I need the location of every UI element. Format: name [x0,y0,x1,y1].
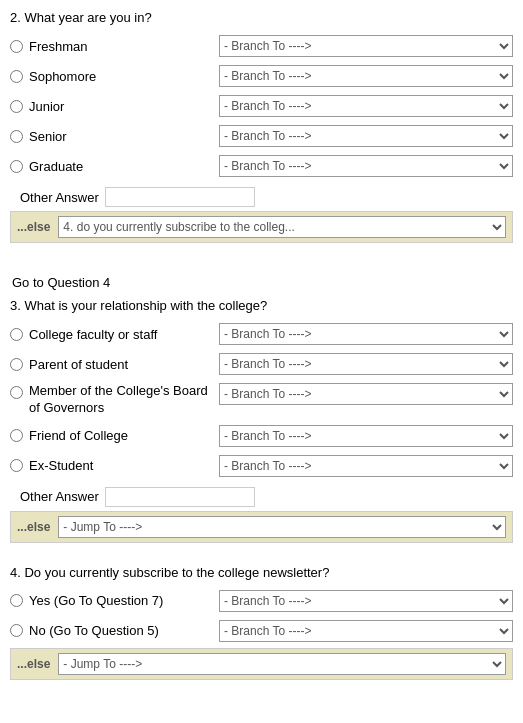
q3-else-row: ...else - Jump To ----> [10,511,513,543]
q3-other-answer-row: Other Answer [10,487,513,507]
q4-else-label: ...else [17,657,50,671]
q3-radio-0[interactable] [10,328,23,341]
q2-number: 2. [10,10,21,25]
q3-else-label: ...else [17,520,50,534]
q2-option-3: Senior - Branch To ----> [10,123,513,149]
q4-radio-0[interactable] [10,594,23,607]
q3-label-0: College faculty or staff [29,327,219,342]
q3-radio-2[interactable] [10,386,23,399]
q3-text: What is your relationship with the colle… [24,298,267,313]
q3-other-label: Other Answer [20,489,99,504]
q3-branch-3[interactable]: - Branch To ----> [219,425,513,447]
q4-option-1: No (Go To Question 5) - Branch To ----> [10,618,513,644]
page-container: 2. What year are you in? Freshman - Bran… [0,0,523,700]
q4-radio-1[interactable] [10,624,23,637]
question-3: 3. What is your relationship with the co… [10,298,513,543]
q2-other-label: Other Answer [20,190,99,205]
q3-other-input[interactable] [105,487,255,507]
q2-branch-2[interactable]: - Branch To ----> [219,95,513,117]
q2-text: What year are you in? [24,10,151,25]
q4-text: Do you currently subscribe to the colleg… [24,565,329,580]
q2-label-4: Graduate [29,159,219,174]
q2-header: 2. What year are you in? [10,10,513,25]
q2-label-2: Junior [29,99,219,114]
q2-radio-1[interactable] [10,70,23,83]
q3-option-2: Member of the College's Board of Governo… [10,381,513,419]
q3-option-0: College faculty or staff - Branch To ---… [10,321,513,347]
q3-radio-4[interactable] [10,459,23,472]
q2-else-row: ...else 4. do you currently subscribe to… [10,211,513,243]
divider-2 [10,553,513,565]
q2-other-answer-row: Other Answer [10,187,513,207]
q3-number: 3. [10,298,21,313]
q2-branch-0[interactable]: - Branch To ----> [219,35,513,57]
q4-option-0: Yes (Go To Question 7) - Branch To ----> [10,588,513,614]
q2-radio-2[interactable] [10,100,23,113]
q3-branch-2[interactable]: - Branch To ----> [219,383,513,405]
q4-header: 4. Do you currently subscribe to the col… [10,565,513,580]
q4-branch-1[interactable]: - Branch To ----> [219,620,513,642]
q3-radio-1[interactable] [10,358,23,371]
q4-branch-0[interactable]: - Branch To ----> [219,590,513,612]
q2-branch-1[interactable]: - Branch To ----> [219,65,513,87]
q2-option-1: Sophomore - Branch To ----> [10,63,513,89]
q3-header: 3. What is your relationship with the co… [10,298,513,313]
q4-label-0: Yes (Go To Question 7) [29,593,219,608]
q2-other-input[interactable] [105,187,255,207]
q3-radio-3[interactable] [10,429,23,442]
q2-else-select[interactable]: 4. do you currently subscribe to the col… [58,216,506,238]
q3-option-1: Parent of student - Branch To ----> [10,351,513,377]
q2-branch-3[interactable]: - Branch To ----> [219,125,513,147]
q2-label-3: Senior [29,129,219,144]
q2-option-4: Graduate - Branch To ----> [10,153,513,179]
q3-branch-4[interactable]: - Branch To ----> [219,455,513,477]
q3-label-3: Friend of College [29,428,219,443]
q3-label-4: Ex-Student [29,458,219,473]
q3-option-3: Friend of College - Branch To ----> [10,423,513,449]
q2-label-0: Freshman [29,39,219,54]
q4-number: 4. [10,565,21,580]
q2-radio-0[interactable] [10,40,23,53]
q2-else-label: ...else [17,220,50,234]
q3-label-2: Member of the College's Board of Governo… [29,383,219,417]
q2-option-2: Junior - Branch To ----> [10,93,513,119]
q4-else-select[interactable]: - Jump To ----> [58,653,506,675]
q2-option-0: Freshman - Branch To ----> [10,33,513,59]
question-4: 4. Do you currently subscribe to the col… [10,565,513,680]
q4-else-row: ...else - Jump To ----> [10,648,513,680]
q3-else-select[interactable]: - Jump To ----> [58,516,506,538]
q2-label-1: Sophomore [29,69,219,84]
q2-radio-4[interactable] [10,160,23,173]
q4-label-1: No (Go To Question 5) [29,623,219,638]
divider-1 [10,253,513,265]
q3-option-4: Ex-Student - Branch To ----> [10,453,513,479]
q2-radio-3[interactable] [10,130,23,143]
question-2: 2. What year are you in? Freshman - Bran… [10,10,513,243]
q2-branch-4[interactable]: - Branch To ----> [219,155,513,177]
q3-branch-0[interactable]: - Branch To ----> [219,323,513,345]
goto-text: Go to Question 4 [10,275,513,290]
q3-branch-1[interactable]: - Branch To ----> [219,353,513,375]
q3-label-1: Parent of student [29,357,219,372]
